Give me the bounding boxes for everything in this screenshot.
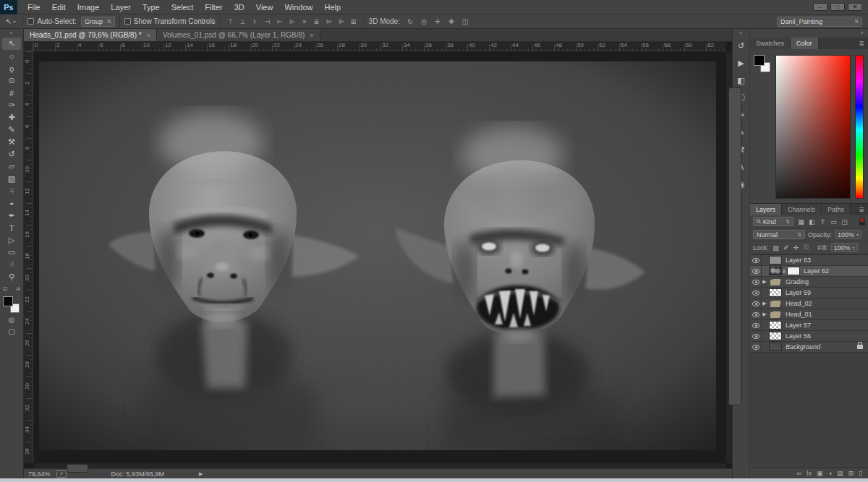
group-expand-icon[interactable]: ▶ (762, 301, 767, 306)
workspace-switcher[interactable]: Danil_Painting ⇅ (777, 17, 862, 27)
lock-pixels-icon[interactable]: ✐ (782, 244, 791, 252)
filter-pixel-layers-icon[interactable]: ▦ (796, 217, 806, 226)
align-icon-button[interactable]: ⊤ (225, 17, 237, 27)
zoom-tool[interactable]: ⚲ (2, 271, 21, 283)
canvas-viewport[interactable] (33, 51, 726, 463)
layer-thumbnail[interactable] (769, 256, 782, 264)
layer-thumbnail[interactable] (769, 343, 782, 351)
actions-panel-icon[interactable]: ▶ (734, 55, 749, 71)
fill-field[interactable]: 100% ▾ (831, 243, 858, 252)
layer-thumbnail[interactable] (769, 278, 782, 286)
layer-filter-toggle[interactable] (859, 218, 865, 225)
layer-row[interactable]: ▶ 8 Grading (750, 277, 868, 288)
new-group-icon[interactable]: ▤ (837, 470, 843, 477)
layer-row[interactable]: ▶ 8 Head_02 (750, 298, 868, 309)
ruler-origin[interactable] (24, 42, 33, 51)
layer-row[interactable]: ▶ 8 Layer 63 (750, 255, 868, 266)
menu-item[interactable]: Layer (105, 0, 137, 14)
layer-visibility-toggle[interactable] (750, 277, 762, 287)
layer-visibility-toggle[interactable] (750, 320, 762, 330)
align-icon-button[interactable]: ⊫ (336, 17, 347, 27)
eyedropper-tool[interactable]: ✑ (2, 99, 21, 111)
layer-row[interactable]: ▶ 8 Background (750, 342, 868, 353)
canvas-artwork[interactable] (39, 61, 716, 450)
foreground-color-swatch[interactable] (754, 55, 765, 66)
zoom-level[interactable]: 79,64% (28, 470, 51, 478)
tools-collapse-button[interactable]: » (0, 29, 23, 38)
new-layer-icon[interactable]: ⊞ (848, 470, 854, 477)
close-tab-icon[interactable]: × (147, 32, 150, 39)
document-tab[interactable]: Heads_01.psd @ 79,6% (RGB/8) * × (24, 29, 157, 41)
foreground-color-swatch[interactable] (3, 296, 13, 306)
menu-item[interactable]: Filter (199, 0, 228, 14)
filter-type-layers-icon[interactable]: T (818, 217, 827, 226)
dodge-tool[interactable]: ◓ (2, 197, 21, 210)
layer-row[interactable]: ▶ 8 Head_01 (750, 309, 868, 320)
layer-mask-thumbnail[interactable] (787, 267, 800, 275)
path-selection-tool[interactable]: ▷ (2, 234, 21, 246)
quick-mask-button[interactable]: ◎ (2, 314, 21, 325)
layer-thumbnail[interactable] (769, 332, 782, 340)
menu-item[interactable]: 3D (229, 0, 250, 14)
link-layers-icon[interactable]: ∞ (797, 470, 801, 477)
3d-mode-button[interactable]: ◎ (418, 17, 430, 27)
menu-item[interactable]: Type (137, 0, 166, 14)
close-button[interactable]: ✕ (848, 3, 862, 11)
auto-select-checkbox[interactable] (27, 18, 34, 25)
history-panel-icon[interactable]: ↺ (734, 38, 749, 53)
lock-all-icon[interactable]: ⚿ (802, 244, 811, 252)
minimize-button[interactable]: – (813, 3, 827, 11)
panel-tab[interactable]: Layers (750, 204, 782, 215)
crop-tool[interactable]: # (2, 87, 21, 99)
adjustments-panel-icon[interactable]: ◧ (734, 72, 749, 88)
menu-item[interactable]: Image (72, 0, 106, 14)
hand-tool[interactable]: ☝ (2, 259, 21, 271)
layer-filter-dropdown[interactable]: ⚲ Kind ⇅ (753, 217, 793, 226)
swap-colors-icon[interactable]: ◱ ⇄ (3, 286, 20, 292)
layer-name[interactable]: Layer 59 (786, 289, 811, 296)
layer-thumbnail[interactable] (769, 311, 782, 319)
3d-mode-button[interactable]: ✛ (432, 17, 443, 27)
layer-thumbnail[interactable] (769, 288, 782, 297)
document-canvas[interactable] (39, 61, 716, 450)
align-icon-button[interactable]: ⊨ (323, 17, 335, 27)
history-brush-tool[interactable]: ↺ (2, 148, 21, 160)
mask-link-icon[interactable]: 8 (782, 269, 786, 274)
strip-expand-button[interactable]: « (733, 29, 749, 38)
maximize-button[interactable]: □ (830, 3, 845, 11)
align-icon-button[interactable]: ⊢ (274, 17, 286, 27)
3d-mode-button[interactable]: ↻ (404, 17, 416, 27)
lock-position-icon[interactable]: ✛ (792, 244, 801, 252)
panel-menu-icon[interactable]: ≣ (855, 204, 868, 215)
hue-slider[interactable] (855, 55, 864, 199)
layer-name[interactable]: Layer 57 (786, 322, 811, 329)
current-tool-indicator[interactable]: ↖ ▾ (3, 17, 18, 25)
auto-select-option[interactable]: Auto-Select: (27, 17, 76, 25)
screen-mode-button[interactable]: ▢ (2, 325, 21, 337)
document-tab[interactable]: Volumes_01.psd @ 66,7% (Layer 1, RGB/8) … (157, 29, 320, 41)
layer-thumbnail[interactable] (769, 267, 782, 275)
move-tool[interactable]: ↖ (2, 38, 21, 50)
close-tab-icon[interactable]: × (310, 32, 313, 39)
layer-name[interactable]: Layer 63 (786, 257, 811, 264)
blend-mode-dropdown[interactable]: Normal ⇅ (753, 230, 805, 239)
align-icon-button[interactable]: ⊥ (237, 17, 249, 27)
horizontal-scrollbar[interactable] (33, 463, 726, 468)
healing-brush-tool[interactable]: ✚ (2, 111, 21, 124)
align-icon-button[interactable]: ⊩ (286, 17, 298, 27)
export-icon[interactable]: ↗ (56, 470, 67, 478)
brush-tool[interactable]: ✎ (2, 124, 21, 136)
delete-layer-icon[interactable]: ▯ (859, 470, 862, 477)
vertical-scrollbar[interactable] (726, 51, 732, 463)
group-expand-icon[interactable]: ▶ (762, 311, 767, 317)
group-expand-icon[interactable]: ▶ (762, 279, 767, 285)
saturation-brightness-field[interactable] (775, 55, 851, 199)
horizontal-scrollbar-thumb[interactable] (67, 464, 88, 473)
layer-thumbnail[interactable] (769, 321, 782, 330)
layer-name[interactable]: Background (786, 343, 820, 350)
panel-tab[interactable]: Channels (782, 204, 822, 215)
color-panel-swatches[interactable] (754, 55, 771, 74)
layer-visibility-toggle[interactable] (750, 266, 762, 276)
layer-row[interactable]: ▶ 8 Layer 56 (750, 331, 868, 342)
panel-menu-icon[interactable]: ≣ (855, 38, 868, 49)
